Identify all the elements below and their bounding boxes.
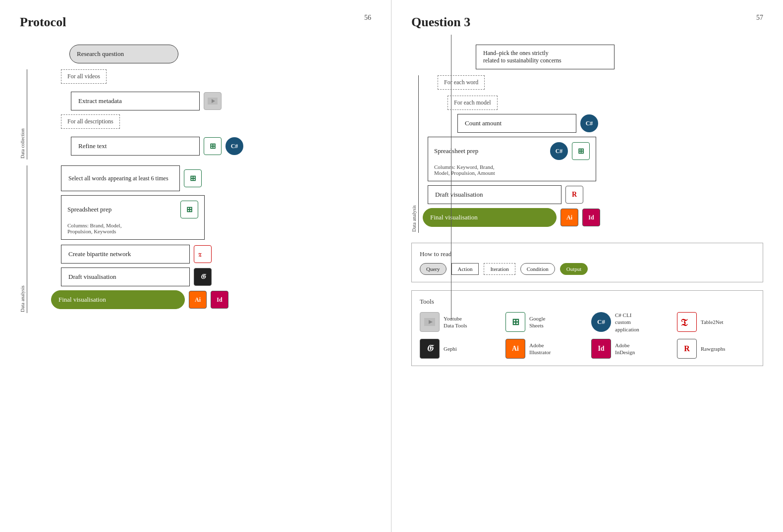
tool-rawgraphs: R Rawgraphs	[677, 339, 755, 359]
tool-id-icon: Id	[591, 339, 611, 359]
right-divider	[451, 35, 451, 319]
rawgraphs-icon-draft: R	[565, 186, 583, 204]
legend-box: How to read Query Action Iteration Condi…	[411, 243, 763, 282]
legend-condition-shape: Condition	[520, 263, 555, 275]
tool-youtube-label: YoutubeData Tools	[444, 315, 467, 329]
columns-right-label: Columns: Keyword, Brand, Model, Propulsi…	[434, 164, 590, 176]
legend-iteration: Iteration	[484, 263, 515, 275]
id-icon-right: Id	[582, 209, 600, 226]
ai-icon-left: Ai	[189, 291, 207, 309]
draft-vis-node-right: Draft visualisation	[428, 185, 561, 204]
tool-csharp: C# C# CLIcustomapplication	[591, 312, 669, 333]
tool-csharp-icon: C#	[591, 312, 611, 332]
for-all-descriptions-node: For all descriptions	[61, 114, 120, 129]
tool-ai-icon: Ai	[505, 339, 525, 359]
tool-csharp-label: C# CLIcustomapplication	[615, 312, 639, 333]
spreadsheet-prep-right-section: Spreadsheet prep C# ⊞ Columns: Keyword, …	[428, 137, 596, 181]
legend-title: How to read	[420, 250, 755, 258]
tool-id: Id AdobeInDesign	[591, 339, 669, 359]
tool-gephi: 𝔊 Gephi	[420, 339, 498, 359]
spreadsheet-prep-section: Spreadsheet prep ⊞ Columns: Brand, Model…	[61, 195, 205, 240]
sheets-icon-prep: ⊞	[180, 201, 198, 218]
tool-rawgraphs-icon: R	[677, 339, 697, 359]
tool-sheets: ⊞ GoogleSheets	[505, 312, 583, 333]
legend-query: Query	[420, 263, 447, 275]
legend-query-shape: Query	[420, 263, 447, 275]
right-page-title: Question 3	[411, 15, 763, 30]
id-icon-left: Id	[211, 291, 228, 309]
left-page-title: Protocol	[20, 15, 371, 30]
final-vis-node-right: Final visualisation	[423, 208, 557, 227]
legend-output-shape: Output	[560, 263, 588, 275]
right-page-number: 57	[756, 14, 763, 22]
tool-ai: Ai AdobeIllustrator	[505, 339, 583, 359]
create-bipartite-node: Create bipartite network	[61, 245, 190, 264]
data-analysis-label-right: Data analysis	[411, 75, 419, 233]
ai-icon-right: Ai	[560, 209, 578, 226]
svg-text:𝔗: 𝔗	[681, 317, 688, 328]
research-question-node: Research question	[69, 45, 178, 63]
data-collection-label: Data collection	[20, 69, 27, 160]
tool-youtube-icon	[420, 312, 440, 332]
tool-gephi-label: Gephi	[444, 345, 457, 352]
tool-table2net: 𝔗 Table2Net	[677, 312, 755, 333]
tool-gephi-icon: 𝔊	[420, 339, 440, 359]
tools-title: Tools	[420, 298, 755, 306]
csharp-icon-prep-right: C#	[550, 142, 568, 160]
final-vis-node-left: Final visualisation	[51, 290, 185, 309]
tool-rawgraphs-label: Rawgraphs	[701, 345, 726, 352]
tools-box: Tools YoutubeData Tools ⊞ GoogleSheets C…	[411, 290, 763, 366]
tool-id-label: AdobeInDesign	[615, 342, 635, 356]
columns-label: Columns: Brand, Model, Propulsion, Keywo…	[67, 222, 198, 234]
for-all-videos-node: For all videos	[61, 69, 107, 84]
tool-youtube: YoutubeData Tools	[420, 312, 498, 333]
csharp-icon-count: C#	[580, 114, 598, 132]
tool-sheets-icon: ⊞	[505, 312, 525, 332]
select-words-node: Select all words appearing at least 6 ti…	[61, 165, 180, 191]
handpick-node: Hand–pick the ones strictly related to s…	[476, 45, 615, 69]
draft-vis-node-left: Draft visualisation	[61, 267, 190, 286]
legend-condition: Condition	[520, 263, 555, 275]
sheets-icon-refine: ⊞	[204, 137, 222, 155]
legend-action: Action	[451, 263, 479, 275]
sheets-icon-prep-right: ⊞	[572, 142, 590, 160]
data-analysis-label-left: Data analysis	[20, 165, 27, 313]
sheets-icon-select: ⊞	[184, 169, 202, 187]
legend-output: Output	[560, 263, 588, 275]
left-page-number: 56	[364, 14, 371, 22]
svg-text:𝔗: 𝔗	[198, 252, 202, 258]
tool-table2net-label: Table2Net	[701, 319, 724, 325]
tool-sheets-label: GoogleSheets	[529, 315, 545, 329]
refine-text-node: Refine text	[71, 137, 200, 156]
for-each-model-node: For each model	[447, 96, 498, 110]
youtube-icon	[204, 92, 222, 110]
tool-ai-label: AdobeIllustrator	[529, 342, 551, 356]
tool-table2net-icon: 𝔗	[677, 312, 697, 332]
legend-action-shape: Action	[451, 263, 479, 275]
csharp-icon-refine: C#	[225, 137, 243, 155]
count-amount-node: Count amount	[457, 114, 576, 133]
extract-metadata-node: Extract metadata	[71, 92, 200, 110]
gephi-icon-left: 𝔊	[194, 268, 212, 286]
legend-iteration-shape: Iteration	[484, 263, 515, 275]
for-each-word-node: For each word	[438, 75, 485, 90]
table2net-icon: 𝔗	[194, 245, 212, 263]
